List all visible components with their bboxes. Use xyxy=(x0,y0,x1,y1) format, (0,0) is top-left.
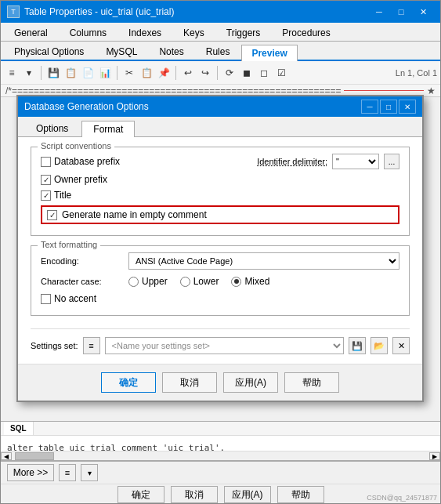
tab-notes[interactable]: Notes xyxy=(149,43,193,60)
bottom-ok-button[interactable]: 确定 xyxy=(117,486,164,503)
h-scrollbar[interactable]: ◀ ▶ xyxy=(1,451,440,460)
tab-keys[interactable]: Keys xyxy=(173,24,215,41)
settings-delete-button[interactable]: ✕ xyxy=(392,337,410,354)
editor-tab-bar: SQL xyxy=(1,422,440,436)
modal-titlebar: Database Generation Options ─ □ ✕ xyxy=(18,96,422,117)
minimize-button[interactable]: ─ xyxy=(368,4,390,20)
modal-cancel-button[interactable]: 取消 xyxy=(162,372,217,393)
titlebar-buttons: ─ □ ✕ xyxy=(368,4,434,20)
scroll-right-button[interactable]: ▶ xyxy=(429,452,440,460)
tab-rules[interactable]: Rules xyxy=(196,43,240,60)
toolbar-separator-2 xyxy=(117,66,117,80)
app-icon: T xyxy=(7,5,20,18)
radio-lower-label[interactable]: Lower xyxy=(180,276,219,287)
tab-general[interactable]: General xyxy=(4,24,58,41)
no-accent-label[interactable]: No accent xyxy=(41,293,96,304)
toolbar-separator-3 xyxy=(175,66,176,80)
tab-indexes[interactable]: Indexes xyxy=(118,24,172,41)
identifier-delimiter-select[interactable]: " ' [ xyxy=(332,154,379,169)
close-button[interactable]: ✕ xyxy=(412,4,434,20)
modal-dialog: Database Generation Options ─ □ ✕ Option… xyxy=(16,95,424,402)
character-case-radio-group: Upper Lower Mixed xyxy=(128,276,269,287)
toolbar-copy[interactable]: 📋 xyxy=(139,65,154,81)
toolbar-save[interactable]: 💾 xyxy=(45,65,61,81)
title-row: Title xyxy=(41,190,399,201)
modal-apply-button[interactable]: 应用(A) xyxy=(223,372,278,393)
toolbar-cut[interactable]: ✂ xyxy=(121,65,137,81)
radio-upper[interactable] xyxy=(128,277,139,287)
title-checkbox[interactable] xyxy=(41,190,51,201)
bottom-icon-btn[interactable]: ≡ xyxy=(59,464,76,481)
toolbar-btn-dropdown[interactable]: ▾ xyxy=(21,65,37,81)
bottom-cancel-button[interactable]: 取消 xyxy=(171,486,218,503)
titlebar-left: T Table Properties - uic_trial (uic_tria… xyxy=(7,5,174,18)
toolbar-btn-4[interactable]: 📊 xyxy=(97,65,113,81)
toolbar-refresh[interactable]: ⟳ xyxy=(222,65,237,81)
window-title: Table Properties - uic_trial (uic_trial) xyxy=(24,6,174,17)
radio-mixed[interactable] xyxy=(231,277,241,287)
tab-physical-options[interactable]: Physical Options xyxy=(4,43,94,60)
script-conventions-label: Script conventions xyxy=(38,141,114,150)
owner-prefix-row: Owner prefix xyxy=(41,174,399,185)
radio-mixed-text: Mixed xyxy=(244,276,269,287)
scroll-thumb[interactable] xyxy=(15,452,54,460)
modal-tab-options[interactable]: Options xyxy=(24,120,80,136)
radio-lower[interactable] xyxy=(180,277,190,287)
text-formatting-label: Text formatting xyxy=(38,240,100,249)
outer-window: T Table Properties - uic_trial (uic_tria… xyxy=(0,0,441,504)
title-label[interactable]: Title xyxy=(41,190,71,201)
tab-bar-2: Physical Options MySQL Notes Rules Previ… xyxy=(1,42,440,61)
toolbar-separator-4 xyxy=(217,66,218,80)
database-prefix-checkbox[interactable] xyxy=(41,157,51,167)
modal-restore[interactable]: □ xyxy=(380,100,397,114)
tab-triggers[interactable]: Triggers xyxy=(216,24,271,41)
toolbar: ≡ ▾ 💾 📋 📄 📊 ✂ 📋 📌 ↩ ↪ ⟳ ◼ ◻ ☑ Ln 1, Col … xyxy=(1,61,440,85)
db-prefix-id-row: Database prefix Identifier delimiter: " … xyxy=(41,154,399,169)
database-prefix-label[interactable]: Database prefix xyxy=(41,156,120,167)
radio-mixed-label[interactable]: Mixed xyxy=(231,276,269,287)
delimiter-browse-button[interactable]: ... xyxy=(384,154,399,169)
bottom-dropdown-button[interactable]: ▾ xyxy=(81,464,98,481)
toolbar-redo[interactable]: ↪ xyxy=(197,65,213,81)
modal-title: Database Generation Options xyxy=(24,101,149,112)
status-line xyxy=(344,90,424,91)
bottom-help-button[interactable]: 帮助 xyxy=(277,486,324,503)
tab-procedures[interactable]: Procedures xyxy=(272,24,340,41)
modal-close[interactable]: ✕ xyxy=(399,100,416,114)
toolbar-btn-2[interactable]: 📋 xyxy=(63,65,78,81)
outer-titlebar: T Table Properties - uic_trial (uic_tria… xyxy=(1,1,440,23)
toolbar-btn-1[interactable]: ≡ xyxy=(4,65,20,81)
encoding-select[interactable]: ANSI (Active Code Page) UTF-8 UTF-16 xyxy=(128,252,399,270)
settings-save-button[interactable]: 💾 xyxy=(349,337,366,354)
toolbar-btn-7[interactable]: ☑ xyxy=(273,65,289,81)
maximize-button[interactable]: □ xyxy=(390,4,412,20)
radio-upper-label[interactable]: Upper xyxy=(128,276,168,287)
settings-set-row: Settings set: ≡ <Name your settings set>… xyxy=(31,328,410,354)
tab-bar-1: General Columns Indexes Keys Triggers Pr… xyxy=(1,23,440,42)
generate-name-checkbox[interactable] xyxy=(47,210,57,220)
toolbar-btn-5[interactable]: ◼ xyxy=(239,65,255,81)
modal-help-button[interactable]: 帮助 xyxy=(284,372,339,393)
modal-ok-button[interactable]: 确定 xyxy=(101,372,156,393)
no-accent-checkbox[interactable] xyxy=(41,294,51,304)
toolbar-undo[interactable]: ↩ xyxy=(180,65,196,81)
tab-preview[interactable]: Preview xyxy=(241,45,297,61)
owner-prefix-label[interactable]: Owner prefix xyxy=(41,174,107,185)
toolbar-btn-3[interactable]: 📄 xyxy=(80,65,96,81)
tab-columns[interactable]: Columns xyxy=(60,24,117,41)
toolbar-status: Ln 1, Col 1 xyxy=(396,68,437,78)
settings-open-button[interactable]: 📂 xyxy=(371,337,388,354)
settings-set-select[interactable]: <Name your settings set> xyxy=(105,337,344,354)
bottom-apply-button[interactable]: 应用(A) xyxy=(224,486,271,503)
no-accent-text: No accent xyxy=(54,293,96,304)
settings-set-icon[interactable]: ≡ xyxy=(83,337,100,354)
scroll-left-button[interactable]: ◀ xyxy=(1,452,12,460)
editor-tab-sql[interactable]: SQL xyxy=(4,422,34,435)
modal-minimize[interactable]: ─ xyxy=(361,100,378,114)
toolbar-paste[interactable]: 📌 xyxy=(156,65,172,81)
owner-prefix-checkbox[interactable] xyxy=(41,175,51,185)
toolbar-btn-6[interactable]: ◻ xyxy=(256,65,272,81)
more-button[interactable]: More >> xyxy=(7,464,54,481)
modal-tab-format[interactable]: Format xyxy=(81,121,135,137)
tab-mysql[interactable]: MySQL xyxy=(96,43,147,60)
